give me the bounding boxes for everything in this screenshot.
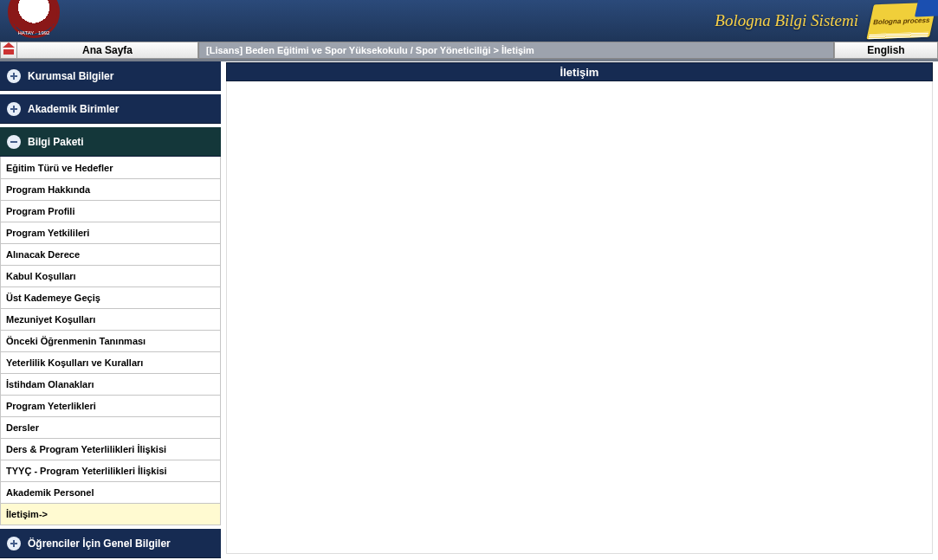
book-pages-icon: [868, 32, 928, 39]
sidebar-item[interactable]: Yeterlilik Koşulları ve Kuralları: [1, 351, 220, 373]
sidebar: Kurumsal Bilgiler Akademik Birimler Bilg…: [0, 61, 221, 560]
sidebar-item-label: Dersler: [6, 422, 39, 433]
sidebar-item-label: Program Hakkında: [6, 184, 90, 195]
sidebar-group-ogrenciler[interactable]: Öğrenciler İçin Genel Bilgiler: [0, 529, 221, 558]
expand-icon: [7, 537, 21, 550]
sidebar-item-label: Yeterlilik Koşulları ve Kuralları: [6, 357, 143, 368]
content-title-text: İletişim: [560, 66, 599, 79]
sidebar-item-label: Mezuniyet Koşulları: [6, 314, 95, 325]
seal-text: HATAY · 1992: [18, 30, 50, 35]
breadcrumb-text: [Lisans] Beden Eğitimi ve Spor Yüksekoku…: [206, 45, 534, 55]
sidebar-item[interactable]: Ders & Program Yeterlilikleri İlişkisi: [1, 438, 220, 460]
sidebar-item[interactable]: Program Yetkilileri: [1, 222, 220, 243]
sidebar-item-label: TYYÇ - Program Yeterlilikleri İlişkisi: [6, 466, 167, 476]
lang-label: English: [867, 44, 904, 56]
home-icon: [3, 46, 14, 55]
sidebar-item[interactable]: Program Hakkında: [1, 178, 220, 200]
sidebar-item-label: Alınacak Derece: [6, 249, 80, 260]
university-seal: HATAY · 1992: [3, 0, 64, 42]
sidebar-item-label: Üst Kademeye Geçiş: [6, 293, 100, 303]
sidebar-item-label: Ders & Program Yeterlilikleri İlişkisi: [6, 444, 166, 454]
sidebar-item[interactable]: Akademik Personel: [1, 481, 220, 503]
sidebar-item[interactable]: Önceki Öğrenmenin Tanınması: [1, 330, 220, 351]
sidebar-item-label: Kabul Koşulları: [6, 271, 76, 281]
sidebar-item[interactable]: Program Profili: [1, 200, 220, 222]
eu-flag-icon: [915, 0, 938, 17]
sidebar-group-label: Kurumsal Bilgiler: [28, 70, 113, 82]
sidebar-group-akademik[interactable]: Akademik Birimler: [0, 94, 221, 124]
collapse-icon: [7, 135, 21, 149]
expand-icon: [7, 102, 21, 116]
home-button[interactable]: Ana Sayfa: [17, 42, 198, 59]
sidebar-item-label: Program Yetkilileri: [6, 228, 89, 238]
sidebar-item-label: İletişim->: [6, 509, 48, 519]
app-header: HATAY · 1992 Bologna Bilgi Sistemi Bolog…: [0, 0, 938, 42]
seal-icon: HATAY · 1992: [8, 0, 60, 38]
expand-icon: [7, 69, 21, 83]
sidebar-item[interactable]: Kabul Koşulları: [1, 265, 220, 286]
home-label: Ana Sayfa: [82, 44, 133, 56]
sidebar-item[interactable]: Program Yeterlikleri: [1, 395, 220, 416]
sidebar-item-label: Program Profili: [6, 206, 74, 216]
bologna-process-logo: Bologna process: [866, 3, 936, 39]
sidebar-group-kurumsal[interactable]: Kurumsal Bilgiler: [0, 61, 221, 91]
sidebar-group-label: Akademik Birimler: [28, 103, 119, 115]
main-area: Kurumsal Bilgiler Akademik Birimler Bilg…: [0, 61, 938, 560]
header-right: Bologna Bilgi Sistemi Bologna process: [715, 3, 933, 38]
top-bar: Ana Sayfa [Lisans] Beden Eğitimi ve Spor…: [0, 42, 938, 61]
breadcrumb: [Lisans] Beden Eğitimi ve Spor Yüksekoku…: [198, 42, 834, 59]
sidebar-item[interactable]: Alınacak Derece: [1, 243, 220, 265]
sidebar-item-label: Eğitim Türü ve Hedefler: [6, 163, 113, 173]
sidebar-item[interactable]: Mezuniyet Koşulları: [1, 308, 220, 330]
system-title: Bologna Bilgi Sistemi: [715, 11, 858, 30]
sidebar-item[interactable]: Dersler: [1, 416, 220, 438]
sidebar-item-label: Önceki Öğrenmenin Tanınması: [6, 336, 146, 346]
content-body: [226, 81, 933, 554]
home-icon-button[interactable]: [0, 42, 17, 59]
sidebar-item-iletisim[interactable]: İletişim->: [1, 503, 220, 525]
sidebar-item[interactable]: Üst Kademeye Geçiş: [1, 286, 220, 308]
sidebar-item[interactable]: Eğitim Türü ve Hedefler: [1, 157, 220, 178]
content-area: İletişim: [221, 61, 938, 560]
sidebar-group-label: Bilgi Paketi: [28, 136, 84, 148]
sidebar-submenu-bilgi-paketi: Eğitim Türü ve Hedefler Program Hakkında…: [0, 157, 221, 525]
sidebar-item-label: İstihdam Olanakları: [6, 379, 94, 389]
sidebar-item[interactable]: İstihdam Olanakları: [1, 373, 220, 395]
sidebar-group-bilgi-paketi[interactable]: Bilgi Paketi: [0, 127, 221, 157]
bologna-label: Bologna process: [872, 16, 930, 25]
sidebar-group-label: Öğrenciler İçin Genel Bilgiler: [28, 537, 171, 550]
sidebar-item-label: Akademik Personel: [6, 487, 94, 498]
content-title: İletişim: [226, 62, 933, 81]
sidebar-item[interactable]: TYYÇ - Program Yeterlilikleri İlişkisi: [1, 460, 220, 481]
language-toggle-button[interactable]: English: [834, 42, 938, 59]
sidebar-item-label: Program Yeterlikleri: [6, 401, 96, 411]
